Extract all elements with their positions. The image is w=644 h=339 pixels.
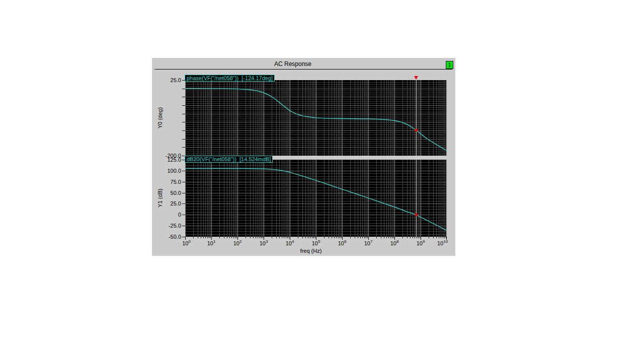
x-tick-label-exponent: 0 <box>188 239 190 244</box>
x-tick-label: 103 <box>260 239 268 246</box>
x-tick-minor <box>260 237 260 238</box>
y-tick-label: 0 <box>156 212 181 218</box>
x-tick-minor <box>201 237 201 238</box>
x-tick-minor <box>367 237 368 238</box>
x-tick-minor <box>388 237 389 238</box>
x-tick-minor <box>256 237 256 238</box>
y-tick-mark <box>182 147 185 148</box>
x-tick-label: 100 <box>182 239 191 246</box>
y-tick-label: 125.0 <box>156 157 181 163</box>
x-tick-minor <box>420 237 420 238</box>
x-tick-minor <box>305 237 306 238</box>
y-tick-label: 25.0 <box>156 77 181 83</box>
x-tick-minor <box>436 237 437 238</box>
x-tick-label-base: 10 <box>233 240 239 246</box>
x-tick-label: 1010 <box>437 239 448 246</box>
x-tick-minor <box>198 237 198 238</box>
x-tick-label-base: 10 <box>364 240 370 246</box>
x-tick-minor <box>233 237 234 238</box>
x-tick-minor <box>261 237 262 238</box>
x-tick-label: 106 <box>338 239 347 246</box>
x-tick-minor <box>282 237 282 238</box>
x-tick-label-base: 10 <box>286 240 292 246</box>
x-tick-minor <box>205 237 206 238</box>
x-tick-label-exponent: 3 <box>266 239 268 244</box>
x-tick-minor <box>289 237 289 238</box>
y-tick-mark <box>182 182 185 182</box>
y-tick-mark <box>182 122 185 122</box>
x-tick-minor <box>341 237 342 238</box>
x-tick-label: 105 <box>312 239 320 246</box>
x-tick-minor <box>298 237 298 238</box>
y-tick-mark <box>182 171 185 171</box>
x-tick-minor <box>362 237 363 238</box>
y-tick-mark <box>182 226 185 226</box>
y-tick-mark <box>182 215 185 215</box>
marker-point[interactable] <box>415 214 418 216</box>
window-title: AC Response <box>152 60 434 67</box>
x-tick-label-base: 10 <box>182 240 188 246</box>
x-tick-label: 102 <box>233 239 242 246</box>
x-tick-minor <box>443 237 443 238</box>
x-tick-minor <box>407 237 408 238</box>
x-tick-minor <box>338 237 339 238</box>
x-tick-minor <box>384 237 384 238</box>
x-tick-minor <box>310 237 310 238</box>
x-tick-label-base: 10 <box>390 240 396 246</box>
y-tick-label: 25.0 <box>156 200 181 207</box>
x-tick-minor <box>332 237 332 238</box>
x-tick-minor <box>207 237 208 238</box>
x-tick-minor <box>358 237 358 238</box>
x-tick-minor <box>324 237 325 238</box>
x-tick-minor <box>193 237 194 238</box>
x-tick-minor <box>340 237 340 238</box>
marker-triangle-icon[interactable] <box>414 76 418 80</box>
y-tick-mark <box>182 139 185 140</box>
x-tick-minor <box>444 237 445 238</box>
y-tick-mark <box>182 130 185 131</box>
x-tick-label-base: 10 <box>207 240 213 246</box>
x-tick-minor <box>441 237 441 238</box>
y-tick-label: -25.0 <box>156 223 181 229</box>
x-tick-minor <box>258 237 258 238</box>
x-tick-minor <box>209 237 209 238</box>
x-tick-label-base: 10 <box>312 240 318 246</box>
x-tick-minor <box>315 237 315 238</box>
x-tick-minor <box>390 237 391 238</box>
x-tick-label-exponent: 1 <box>213 239 215 244</box>
x-tick-label-exponent: 8 <box>396 239 398 244</box>
x-tick-minor <box>203 237 204 238</box>
x-tick-minor <box>413 237 413 238</box>
x-tick-label-base: 10 <box>260 240 266 246</box>
y-tick-label: 75.0 <box>156 179 181 185</box>
subwindow-number-badge[interactable]: 1 <box>446 61 453 69</box>
x-tick-minor <box>284 237 284 238</box>
x-tick-minor <box>253 237 254 238</box>
x-tick-label-base: 10 <box>437 240 443 246</box>
x-tick-minor <box>350 237 351 238</box>
y0-axis-title: Y0 (deg) <box>157 80 164 156</box>
x-tick-minor <box>429 237 429 238</box>
gain-trace-label[interactable]: dB20(VF("/net058")) [14.524mdB] <box>185 156 273 163</box>
x-tick-minor <box>393 237 394 238</box>
x-tick-minor <box>287 237 288 238</box>
x-tick-minor <box>418 237 419 238</box>
x-tick-minor <box>439 237 439 238</box>
x-tick-minor <box>313 237 314 238</box>
x-tick-minor <box>433 237 434 238</box>
x-tick-label: 107 <box>364 239 373 246</box>
x-tick-minor <box>272 237 272 238</box>
x-tick-minor <box>263 237 263 238</box>
x-tick-label-base: 10 <box>417 240 423 246</box>
waveform-window: AC Response 1 Y0 (deg) Y1 (dB) phase(VF(… <box>152 58 455 256</box>
gain-plot-area[interactable] <box>185 160 447 237</box>
x-tick-minor <box>403 237 403 238</box>
phase-trace-label[interactable]: phase(VF("/net058")) [-124.17deg] <box>185 75 275 82</box>
x-tick-label: 108 <box>390 239 399 246</box>
phase-plot-area[interactable] <box>185 80 447 156</box>
x-tick-label-base: 10 <box>338 240 344 246</box>
x-tick-minor <box>417 237 417 238</box>
x-tick-minor <box>381 237 381 238</box>
marker-point[interactable] <box>415 129 418 131</box>
x-tick-minor <box>276 237 277 238</box>
